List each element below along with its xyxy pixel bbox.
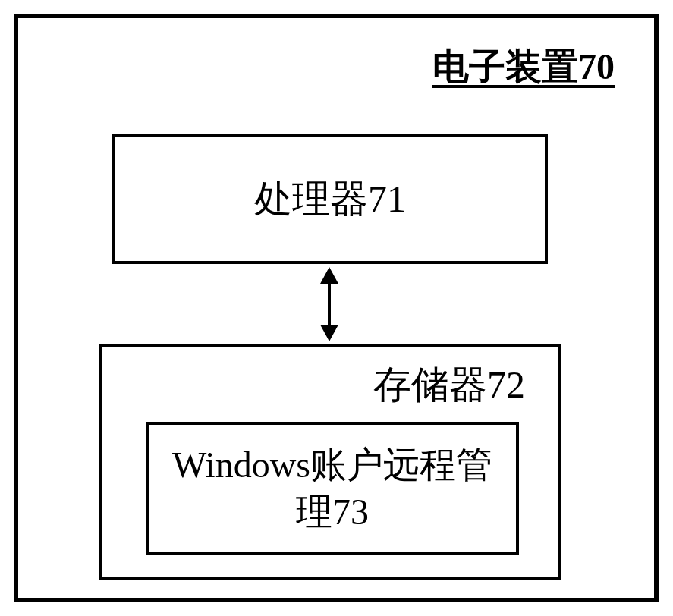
arrow-down-icon (320, 325, 338, 341)
memory-box: 存储器72 Windows账户远程管理73 (99, 344, 561, 580)
bidirectional-arrow (323, 267, 335, 341)
memory-label: 存储器72 (373, 360, 525, 410)
device-container: 电子装置70 处理器71 存储器72 Windows账户远程管理73 (14, 14, 659, 602)
device-title: 电子装置70 (432, 42, 615, 91)
processor-label: 处理器71 (254, 174, 406, 225)
module-label: Windows账户远程管理73 (156, 442, 508, 536)
module-box: Windows账户远程管理73 (146, 422, 519, 555)
processor-box: 处理器71 (112, 134, 548, 264)
arrow-line (328, 278, 331, 331)
